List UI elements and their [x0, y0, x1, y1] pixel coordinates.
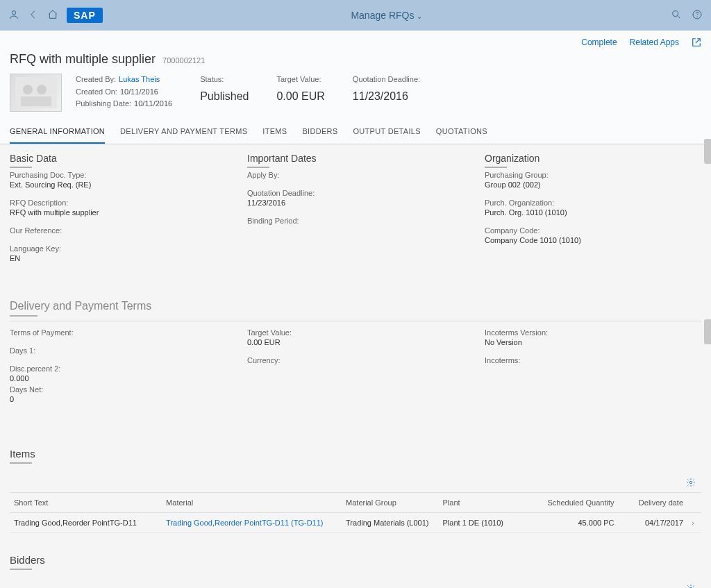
- cell-material[interactable]: Trading Good,Reorder PointTG-D11 (TG-D11…: [162, 513, 342, 533]
- side-handle-top[interactable]: [704, 139, 711, 164]
- field-rfq-description: RFQ Description:RFQ with multiple suppli…: [10, 199, 226, 217]
- document-number: 7000002121: [162, 56, 205, 65]
- anchor-tabs: GENERAL INFORMATION DELIVERY AND PAYMENT…: [10, 121, 701, 144]
- svg-point-3: [697, 17, 698, 17]
- field-purch-doc-type: Purchasing Doc. Type:Ext. Sourcing Req. …: [10, 171, 226, 189]
- delivery-section-title: Delivery and Payment Terms: [10, 300, 701, 317]
- svg-rect-7: [21, 96, 51, 106]
- status-meta: Status: Published: [200, 74, 249, 112]
- shell-bar: SAP Manage RFQs ⌄: [0, 0, 711, 31]
- user-icon[interactable]: [8, 9, 19, 22]
- svg-point-1: [673, 10, 678, 16]
- header-actions: Complete Related Apps: [10, 36, 701, 52]
- field-days-net: Days Net:0: [10, 385, 226, 403]
- cell-plant: Plant 1 DE (1010): [439, 513, 535, 533]
- field-apply-by: Apply By:: [247, 171, 464, 179]
- sap-logo: SAP: [67, 8, 103, 23]
- target-value-meta: Target Value: 0.00 EUR: [276, 74, 324, 112]
- help-icon[interactable]: [692, 9, 703, 22]
- field-terms-of-payment: Terms of Payment:: [10, 328, 226, 337]
- field-purchasing-group: Purchasing Group:Group 002 (002): [485, 171, 701, 189]
- object-page-header: Complete Related Apps RFQ with multiple …: [0, 31, 711, 144]
- shell-title[interactable]: Manage RFQs ⌄: [103, 10, 671, 21]
- created-by-link[interactable]: Lukas Theis: [119, 75, 160, 83]
- back-icon[interactable]: [28, 9, 39, 22]
- field-company-code: Company Code:Company Code 1010 (1010): [485, 226, 701, 244]
- side-handle-bottom[interactable]: [704, 319, 711, 344]
- svg-point-5: [23, 85, 33, 94]
- cell-short-text: Trading Good,Reorder PointTG-D11: [10, 513, 162, 533]
- col-short-text[interactable]: Short Text: [10, 493, 162, 513]
- field-incoterms-version: Incoterms Version:No Version: [485, 328, 701, 346]
- page-title: RFQ with multiple supplier: [10, 52, 156, 67]
- field-incoterms: Incoterms:: [485, 356, 701, 364]
- tab-general[interactable]: GENERAL INFORMATION: [10, 121, 105, 144]
- complete-action[interactable]: Complete: [581, 37, 617, 49]
- col-material[interactable]: Material: [162, 493, 342, 513]
- home-icon[interactable]: [47, 9, 58, 22]
- tab-quotations[interactable]: QUOTATIONS: [436, 121, 487, 144]
- tab-items[interactable]: ITEMS: [262, 121, 287, 144]
- important-dates-title: Important Dates: [247, 153, 464, 168]
- deadline-meta: Quotation Deadline: 11/23/2016: [353, 74, 423, 112]
- field-our-reference: Our Reference:: [10, 226, 226, 235]
- chevron-down-icon: ⌄: [417, 12, 422, 20]
- svg-point-0: [12, 10, 15, 14]
- field-target-value: Target Value:0.00 EUR: [247, 328, 464, 346]
- svg-point-8: [689, 481, 692, 484]
- cell-delivery-date: 04/17/2017: [618, 513, 687, 533]
- col-delivery-date[interactable]: Delivery date: [618, 493, 687, 513]
- col-sched-qty[interactable]: Scheduled Quantity: [535, 493, 619, 513]
- tab-bidders[interactable]: BIDDERS: [302, 121, 337, 144]
- field-language-key: Language Key:EN: [10, 244, 226, 262]
- items-settings-icon[interactable]: [686, 478, 696, 489]
- table-row[interactable]: Trading Good,Reorder PointTG-D11Trading …: [10, 513, 701, 533]
- items-section-title: Items: [10, 448, 701, 464]
- field-currency: Currency:: [247, 356, 464, 364]
- field-binding-period: Binding Period:: [247, 217, 464, 225]
- search-icon[interactable]: [671, 9, 682, 22]
- organization-title: Organization: [485, 153, 701, 168]
- field-purch-organization: Purch. Organization:Purch. Org. 1010 (10…: [485, 199, 701, 217]
- field-days1: Days 1:: [10, 346, 226, 355]
- bidders-section-title: Bidders: [10, 554, 701, 570]
- items-table: Short Text Material Material Group Plant…: [10, 492, 701, 533]
- col-material-group[interactable]: Material Group: [342, 493, 438, 513]
- created-meta: Created By:Lukas Theis Created On:10/11/…: [76, 74, 172, 112]
- field-quotation-deadline: Quotation Deadline:11/23/2016: [247, 189, 464, 207]
- related-apps-action[interactable]: Related Apps: [630, 37, 679, 49]
- field-disc-percent-2: Disc.percent 2:0.000: [10, 364, 226, 383]
- status-value: Published: [200, 87, 249, 106]
- tab-delivery[interactable]: DELIVERY AND PAYMENT TERMS: [120, 121, 247, 144]
- basic-data-title: Basic Data: [10, 153, 226, 168]
- bidders-settings-icon[interactable]: [686, 584, 696, 588]
- cell-material-group: Trading Materials (L001): [342, 513, 438, 533]
- tab-output[interactable]: OUTPUT DETAILS: [353, 121, 420, 144]
- header-thumbnail: [10, 74, 62, 112]
- col-plant[interactable]: Plant: [439, 493, 535, 513]
- chevron-right-icon[interactable]: ›: [687, 513, 701, 533]
- cell-sched-qty: 45.000 PC: [535, 513, 619, 533]
- share-icon[interactable]: [692, 37, 701, 49]
- svg-point-6: [37, 85, 47, 94]
